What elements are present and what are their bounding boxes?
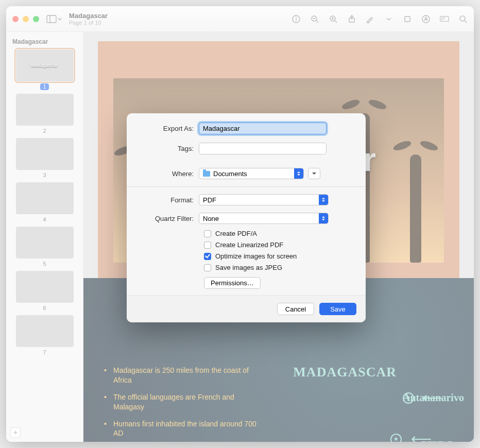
- checkbox-optimize[interactable]: Optimize images for screen: [204, 252, 355, 260]
- where-label: Where:: [137, 170, 199, 178]
- save-button[interactable]: Save: [319, 303, 356, 315]
- format-label: Format:: [137, 196, 199, 204]
- where-popup[interactable]: Documents: [199, 168, 304, 179]
- expand-button[interactable]: [308, 168, 320, 179]
- export-as-field[interactable]: [199, 123, 327, 134]
- tags-label: Tags:: [137, 145, 199, 152]
- tags-field[interactable]: [199, 143, 327, 154]
- quartz-filter-label: Quartz Filter:: [137, 215, 199, 222]
- checkbox-jpeg[interactable]: Save images as JPEG: [204, 264, 355, 271]
- checkbox-linearized[interactable]: Create Linearized PDF: [204, 241, 355, 249]
- folder-icon: [203, 171, 210, 177]
- permissions-button[interactable]: Permissions…: [204, 277, 261, 289]
- format-popup[interactable]: PDF: [199, 194, 329, 205]
- export-as-label: Export As:: [137, 125, 199, 132]
- app-window: Madagascar Page 1 of 10 Madagascar 1 2 3…: [6, 6, 474, 442]
- quartz-filter-popup[interactable]: None: [199, 213, 329, 224]
- checkbox-pdfa[interactable]: Create PDF/A: [204, 230, 355, 237]
- cancel-button[interactable]: Cancel: [277, 303, 314, 315]
- export-dialog: Export As: Tags: Where: Documents Format…: [127, 113, 366, 322]
